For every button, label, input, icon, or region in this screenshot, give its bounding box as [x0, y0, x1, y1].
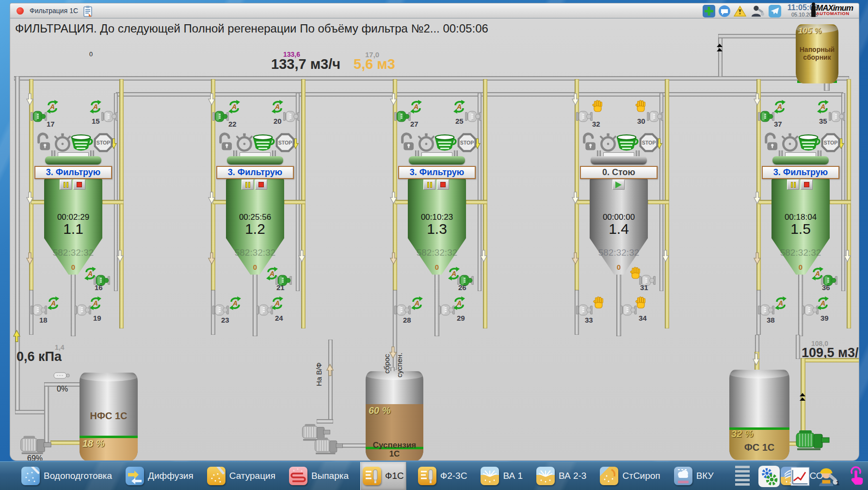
valve-17[interactable] [31, 111, 47, 122]
report-icon[interactable] [83, 5, 93, 17]
fs-tank[interactable]: 32 % ФС 1С [729, 370, 789, 460]
filter-status-banner[interactable]: 3. Фильтрую [398, 166, 476, 179]
auto-mode-icon[interactable]: A [228, 296, 242, 310]
taskbar-item-ВКУ[interactable]: ВКУ [672, 462, 716, 490]
filter-status-banner[interactable]: 3. Фильтрую [34, 166, 112, 179]
suspension-pump-front[interactable] [314, 435, 344, 455]
valve-22[interactable] [212, 111, 229, 122]
pause-button[interactable] [241, 180, 254, 190]
settings-gears-icon[interactable] [758, 466, 780, 487]
auto-mode-icon[interactable]: A [773, 296, 788, 310]
taskbar-item-Ф2-3С[interactable]: Ф2-3С [416, 462, 469, 490]
stop-sign-icon[interactable]: STOP [93, 132, 113, 153]
service-person-icon[interactable] [749, 5, 766, 17]
valve-18[interactable] [31, 304, 47, 316]
auto-mode-icon[interactable]: A [45, 99, 60, 114]
nfs-pump[interactable] [20, 433, 52, 455]
auto-mode-icon[interactable]: A [409, 99, 423, 114]
auto-mode-icon[interactable]: A [816, 296, 830, 310]
auto-mode-icon[interactable]: A [410, 296, 424, 310]
wash-mode-icon[interactable] [434, 132, 457, 153]
valve-20[interactable] [283, 111, 300, 122]
valve-28[interactable] [394, 304, 411, 316]
nfs-tank[interactable]: НФС 1С 18 % [80, 373, 138, 461]
valve-38[interactable] [758, 304, 774, 316]
stop-button[interactable] [73, 180, 85, 190]
wash-mode-icon[interactable] [797, 132, 820, 153]
fs-pump[interactable] [795, 427, 831, 451]
pause-button[interactable] [60, 180, 72, 190]
stop-button[interactable] [437, 180, 449, 190]
stop-sign-icon[interactable]: STOP [275, 132, 295, 153]
auto-mode-icon[interactable]: A [88, 296, 103, 310]
hand-mode-icon[interactable] [628, 266, 643, 281]
alarm-warning-icon[interactable] [734, 5, 746, 17]
pressure-collector-tank[interactable]: 105 % Напорный сборник [796, 24, 838, 83]
valve-30[interactable] [647, 111, 663, 122]
start-button[interactable] [612, 180, 625, 190]
valve-35[interactable] [829, 111, 845, 122]
flow-arrow-down-icon [662, 250, 669, 264]
auto-mode-icon[interactable]: A [83, 266, 97, 281]
wash-mode-icon[interactable] [252, 132, 275, 153]
unlock-icon[interactable] [217, 132, 235, 153]
filter-status-banner[interactable]: 3. Фильтрую [762, 166, 839, 179]
auto-mode-icon[interactable]: A [447, 266, 461, 281]
trends-chart-icon[interactable] [789, 466, 811, 487]
taskbar-item-ВА 1[interactable]: ВА 1 [479, 462, 525, 490]
pause-button[interactable] [423, 180, 435, 190]
stop-button[interactable] [801, 180, 813, 190]
flow-arrow-down-icon [572, 192, 579, 206]
menu-icon[interactable] [735, 466, 750, 487]
valve-27[interactable] [394, 111, 411, 122]
taskbar-item-Выпарка[interactable]: Выпарка [287, 462, 351, 490]
valve-32[interactable] [576, 111, 593, 122]
valve-33[interactable] [576, 304, 593, 316]
stop-sign-icon[interactable]: STOP [639, 132, 659, 153]
auto-mode-icon[interactable]: A [452, 296, 466, 310]
taskbar-item-Сатурация[interactable]: Сатурация [205, 462, 277, 490]
wash-mode-icon[interactable] [615, 132, 639, 153]
unlock-icon[interactable] [580, 132, 599, 153]
taskbar-item-Ф1С[interactable]: Ф1С [360, 462, 406, 490]
auto-mode-icon[interactable]: A [270, 296, 285, 310]
pause-button[interactable] [787, 180, 799, 190]
taskbar-item-Водоподготовка[interactable]: Водоподготовка [19, 462, 114, 490]
stop-sign-icon[interactable]: STOP [820, 132, 841, 153]
auto-mode-icon[interactable]: A [452, 99, 466, 114]
hand-mode-icon[interactable] [591, 99, 605, 114]
taskbar-item-Диффузия[interactable]: Диффузия [124, 462, 195, 490]
hand-mode-icon[interactable] [592, 296, 606, 310]
stop-sign-icon[interactable]: STOP [457, 132, 477, 153]
unlock-icon[interactable] [399, 132, 417, 153]
auto-mode-icon[interactable]: A [265, 266, 279, 281]
auto-mode-icon[interactable]: A [816, 99, 830, 114]
taskbar-item-ВА 2-3[interactable]: ВА 2-3 [534, 462, 588, 490]
hand-mode-icon[interactable] [634, 296, 648, 310]
valve-23[interactable] [212, 304, 229, 316]
valve-25[interactable] [465, 111, 482, 122]
stop-button[interactable] [255, 180, 267, 190]
control-valve-icon[interactable] [53, 371, 70, 381]
hand-mode-icon[interactable] [634, 99, 648, 114]
chat-icon[interactable] [718, 5, 731, 17]
auto-mode-icon[interactable]: A [772, 99, 787, 114]
valve-15[interactable] [101, 111, 118, 122]
valve-number: 15 [92, 117, 100, 125]
taskbar-item-СтСироп[interactable]: СтСироп [598, 462, 662, 490]
unlock-icon[interactable] [762, 132, 781, 153]
touch-mode-icon[interactable] [848, 466, 864, 487]
unlock-icon[interactable] [35, 132, 53, 153]
auto-mode-icon[interactable]: A [810, 266, 825, 281]
auto-mode-icon[interactable]: A [227, 99, 241, 114]
auto-mode-icon[interactable]: A [46, 296, 61, 310]
auto-mode-icon[interactable]: A [88, 99, 103, 114]
svg-text:A: A [50, 299, 56, 307]
suspension-tank[interactable]: 60 % Суспензия 1С [366, 371, 423, 461]
filter-status-banner[interactable]: 0. Стою [580, 166, 658, 179]
wash-mode-icon[interactable] [70, 132, 93, 153]
auto-mode-icon[interactable]: A [270, 99, 285, 114]
add-icon[interactable] [703, 5, 715, 17]
filter-status-banner[interactable]: 3. Фильтрую [216, 166, 294, 179]
valve-37[interactable] [758, 111, 774, 122]
